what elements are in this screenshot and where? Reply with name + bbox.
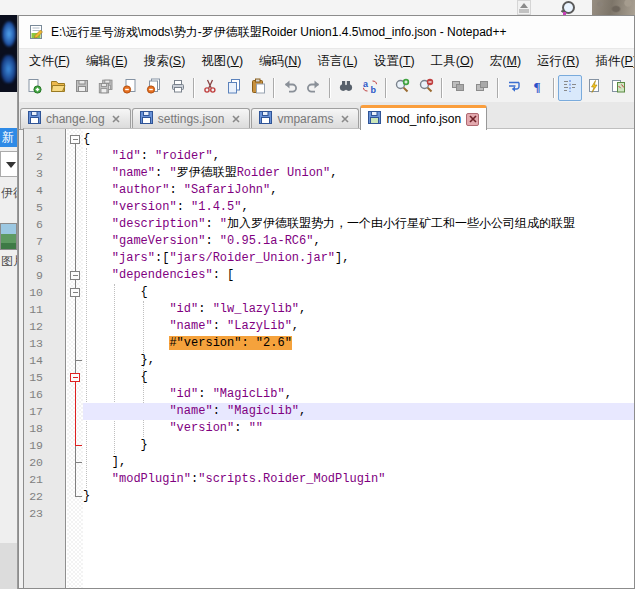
fold-toggle[interactable]: [67, 284, 83, 301]
toolbar-word-wrap-button[interactable]: [502, 75, 526, 101]
code-area[interactable]: { "id": "roider", "name": "罗伊德联盟Roider U…: [83, 129, 634, 588]
saved-file-icon: [28, 111, 41, 127]
close-document-icon: [122, 78, 138, 98]
code-line-8[interactable]: "jars":["jars/Roider_Union.jar"],: [83, 250, 634, 267]
menu-view[interactable]: 视图(V): [193, 49, 251, 74]
toolbar-close-document-button[interactable]: [118, 75, 142, 101]
fold-toggle[interactable]: [67, 131, 83, 148]
menu-run[interactable]: 运行(R): [529, 49, 587, 74]
document-map-icon: [610, 78, 626, 98]
toolbar-replace-button[interactable]: ab: [358, 75, 382, 101]
code-line-17[interactable]: "name": "MagicLib",: [83, 403, 634, 420]
code-line-20[interactable]: ],: [83, 454, 634, 471]
menu-file[interactable]: 文件(F): [21, 49, 78, 74]
code-line-23[interactable]: [83, 505, 634, 522]
svg-text:¶: ¶: [534, 79, 541, 94]
toolbar-cut-button[interactable]: [198, 75, 222, 101]
code-line-13[interactable]: #"version": "2.6": [83, 335, 634, 352]
find-icon: [338, 78, 354, 98]
code-line-7[interactable]: "gameVersion": "0.95.1a-RC6",: [83, 233, 634, 250]
toolbar-sync-horizontal-scrolling-button[interactable]: [470, 75, 494, 101]
saved-file-icon: [259, 111, 272, 127]
background-scrollbar[interactable]: [517, 0, 531, 15]
code-line-3[interactable]: "name": "罗伊德联盟Roider Union",: [83, 165, 634, 182]
background-dark-app: [0, 15, 18, 92]
toolbar-separator: [273, 78, 275, 98]
code-line-5[interactable]: "version": "1.4.5",: [83, 199, 634, 216]
svg-text:b: b: [371, 85, 377, 95]
bg-selected-item[interactable]: 新: [0, 128, 18, 147]
editor-area[interactable]: 1234567891011121314151617181920212223 { …: [23, 128, 634, 588]
fold-margin-cell: [67, 403, 83, 420]
line-number: 3: [24, 165, 65, 182]
line-number: 11: [24, 301, 65, 318]
toolbar-zoom-in-button[interactable]: [390, 75, 414, 101]
toolbar-indent-guide-button[interactable]: [558, 75, 582, 101]
fold-toggle[interactable]: [67, 267, 83, 284]
code-line-14[interactable]: },: [83, 352, 634, 369]
bg-dropdown[interactable]: [0, 151, 18, 177]
tab-change-log[interactable]: change.log: [20, 108, 131, 129]
code-line-6[interactable]: "description": "加入罗伊德联盟势力，一个由小行星矿工和一些小公司…: [83, 216, 634, 233]
menu-bar: 文件(F)编辑(E)搜索(S)视图(V)编码(N)语言(L)设置(T)工具(O)…: [19, 49, 634, 74]
toolbar-document-switcher-button[interactable]: [630, 75, 634, 101]
code-line-9[interactable]: "dependencies": [: [83, 267, 634, 284]
close-tab-icon[interactable]: [110, 113, 123, 126]
line-number: 1: [24, 131, 65, 148]
close-tab-icon[interactable]: [338, 113, 351, 126]
code-line-1[interactable]: {: [83, 131, 634, 148]
code-line-15[interactable]: {: [83, 369, 634, 386]
toolbar-print-button[interactable]: [166, 75, 190, 101]
bg-file-item[interactable]: 伊德: [0, 185, 18, 202]
tab-settings-json[interactable]: settings.json: [132, 108, 251, 129]
code-line-11[interactable]: "id": "lw_lazylib",: [83, 301, 634, 318]
menu-plugins[interactable]: 插件(P): [587, 49, 635, 74]
scrollbar-thumb: [519, 9, 529, 13]
toolbar-function-list-button[interactable]: [582, 75, 606, 101]
tab-mod-info-json[interactable]: mod_info.json: [360, 105, 487, 130]
code-line-16[interactable]: "id": "MagicLib",: [83, 386, 634, 403]
code-line-22[interactable]: }: [83, 488, 634, 505]
toolbar-save-button[interactable]: [70, 75, 94, 101]
code-line-19[interactable]: }: [83, 437, 634, 454]
menu-language[interactable]: 语言(L): [309, 49, 365, 74]
toolbar-close-all-documents-button[interactable]: [142, 75, 166, 101]
fold-margin-cell: [67, 454, 83, 471]
code-line-21[interactable]: "modPlugin":"scripts.Roider_ModPlugin": [83, 471, 634, 488]
code-line-10[interactable]: {: [83, 284, 634, 301]
bg-image-thumbnail[interactable]: [0, 223, 17, 250]
print-icon: [170, 78, 186, 98]
menu-macro[interactable]: 宏(M): [482, 49, 529, 74]
code-line-4[interactable]: "author": "SafariJohn",: [83, 182, 634, 199]
menu-settings[interactable]: 设置(T): [366, 49, 423, 74]
fold-toggle[interactable]: [67, 369, 83, 386]
search-icon[interactable]: [560, 1, 578, 15]
toolbar-open-folder-button[interactable]: [46, 75, 70, 101]
code-line-12[interactable]: "name": "LazyLib",: [83, 318, 634, 335]
line-number: 15: [24, 369, 65, 386]
close-tab-icon[interactable]: [466, 113, 479, 126]
toolbar-paste-button[interactable]: [246, 75, 270, 101]
menu-encoding[interactable]: 编码(N): [251, 49, 309, 74]
window-titlebar[interactable]: E:\远行星号游戏\mods\势力-罗伊德联盟Roider Union1.4.5…: [19, 16, 634, 49]
toolbar-find-button[interactable]: [334, 75, 358, 101]
toolbar-separator: [553, 78, 555, 98]
toolbar-copy-button[interactable]: [222, 75, 246, 101]
toolbar-save-all-button[interactable]: [94, 75, 118, 101]
code-line-2[interactable]: "id": "roider",: [83, 148, 634, 165]
tab-vmparams[interactable]: vmparams: [251, 108, 359, 129]
saved-file-icon: [368, 111, 381, 127]
toolbar-sync-vertical-scrolling-button[interactable]: [446, 75, 470, 101]
toolbar-zoom-out-button[interactable]: [414, 75, 438, 101]
toolbar-undo-button[interactable]: [278, 75, 302, 101]
toolbar-redo-button[interactable]: [302, 75, 326, 101]
toolbar-show-all-characters-button[interactable]: ¶: [526, 75, 550, 101]
toolbar-new-file-button[interactable]: [22, 75, 46, 101]
menu-edit[interactable]: 编辑(E): [78, 49, 136, 74]
tab-label: settings.json: [158, 112, 225, 126]
menu-search[interactable]: 搜索(S): [136, 49, 194, 74]
code-line-18[interactable]: "version": "": [83, 420, 634, 437]
toolbar-document-map-button[interactable]: [606, 75, 630, 101]
menu-tools[interactable]: 工具(O): [423, 49, 482, 74]
close-tab-icon[interactable]: [229, 113, 242, 126]
